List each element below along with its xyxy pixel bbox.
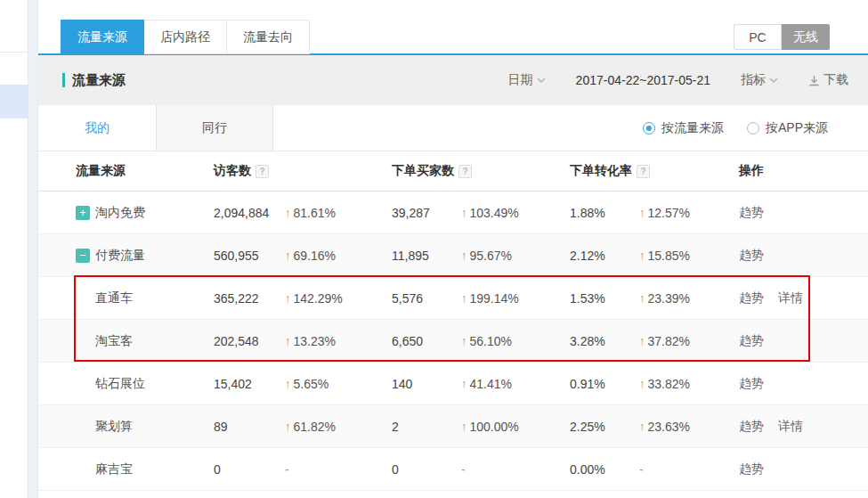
col-header-actions-label: 操作 [739, 163, 764, 179]
device-option-无线[interactable]: 无线 [782, 24, 830, 50]
top-tab-流量去向[interactable]: 流量去向 [227, 20, 310, 54]
growth-up-arrow-icon: ↑ [461, 206, 467, 219]
growth-value: 37.82% [648, 334, 690, 348]
col-header-actions: 操作 [739, 163, 868, 179]
conversion-value: 2.12% [570, 249, 639, 263]
radio-label: 按APP来源 [766, 120, 828, 136]
growth-up-arrow-icon: ↑ [285, 249, 291, 262]
sidebar-divider [0, 52, 28, 53]
table-body: + 淘内免费 2,094,884 ↑81.61% 39,287 ↑103.49%… [38, 192, 868, 491]
source-name: 淘宝客 [95, 333, 133, 349]
action-link-趋势[interactable]: 趋势 [739, 419, 764, 435]
download-icon [808, 75, 820, 86]
table-row: 直通车 365,222 ↑142.29% 5,576 ↑199.14% 1.53… [38, 277, 868, 320]
col-header-source: 流量来源 [38, 163, 214, 179]
action-link-趋势[interactable]: 趋势 [739, 205, 764, 221]
growth-value: 199.14% [470, 291, 519, 306]
download-label: 下载 [823, 72, 848, 88]
growth-up-arrow-icon: ↑ [639, 206, 645, 219]
buyers-growth: ↑199.14% [461, 291, 570, 306]
source-name-cell: 钻石展位 [38, 376, 214, 392]
table-row: 麻吉宝 0 - 0 - 0.00% - 趋势 [38, 448, 868, 491]
visitors-growth: ↑69.16% [285, 249, 392, 263]
col-header-source-label: 流量来源 [76, 163, 126, 179]
action-link-详情[interactable]: 详情 [778, 419, 803, 435]
visitors-value: 89 [214, 420, 285, 434]
collapse-minus-icon[interactable]: − [76, 249, 90, 263]
radio-按APP来源[interactable]: 按APP来源 [747, 120, 828, 136]
conversion-growth: ↑37.82% [639, 334, 739, 348]
growth-value: 5.65% [294, 377, 329, 391]
buyers-growth: - [461, 462, 570, 477]
growth-value: 23.63% [648, 420, 690, 434]
source-name-cell: 直通车 [38, 290, 214, 306]
metrics-dropdown-label: 指标 [741, 72, 766, 88]
source-name: 付费流量 [95, 248, 145, 264]
view-tab-同行[interactable]: 同行 [156, 105, 273, 151]
growth-up-arrow-icon: ↑ [461, 291, 467, 305]
conversion-growth: ↑23.63% [639, 420, 739, 434]
traffic-table: 流量来源 访客数 ? 下单买家数 ? 下单转化率 ? 操作 [38, 151, 868, 491]
help-icon[interactable]: ? [256, 165, 269, 178]
source-name: 麻吉宝 [95, 461, 133, 478]
action-link-趋势[interactable]: 趋势 [739, 248, 764, 264]
growth-up-arrow-icon: ↑ [639, 291, 645, 305]
action-link-趋势[interactable]: 趋势 [739, 461, 764, 478]
growth-value: 15.85% [648, 249, 690, 263]
row-actions: 趋势 [739, 248, 868, 264]
sidebar-active-item[interactable] [0, 85, 28, 118]
help-icon[interactable]: ? [637, 165, 650, 178]
panel-title-text: 流量来源 [72, 72, 126, 89]
conversion-growth: ↑15.85% [639, 249, 739, 263]
col-header-visitors-label: 访客数 [214, 163, 251, 179]
conversion-value: 1.53% [570, 291, 639, 306]
radio-按流量来源[interactable]: 按流量来源 [643, 120, 724, 136]
device-option-PC[interactable]: PC [734, 24, 782, 50]
conversion-growth: ↑12.57% [639, 206, 739, 220]
growth-up-arrow-icon: ↑ [285, 420, 291, 433]
row-actions: 趋势 [739, 205, 868, 221]
buyers-value: 5,576 [392, 291, 461, 306]
help-icon[interactable]: ? [458, 165, 472, 178]
top-tab-店内路径[interactable]: 店内路径 [144, 20, 227, 54]
view-tab-strip: 我的同行 按流量来源按APP来源 [38, 105, 868, 151]
growth-value: 142.29% [294, 291, 343, 306]
view-tab-我的[interactable]: 我的 [38, 105, 156, 151]
visitors-growth: ↑142.29% [285, 291, 392, 306]
action-link-趋势[interactable]: 趋势 [739, 333, 764, 349]
sidebar-gutter [28, 0, 38, 498]
toolbar-right: 日期 2017-04-22~2017-05-21 指标 下载 [508, 72, 848, 88]
growth-value: 95.67% [470, 249, 512, 263]
table-row: − 付费流量 560,955 ↑69.16% 11,895 ↑95.67% 2.… [38, 234, 868, 277]
date-range-value[interactable]: 2017-04-22~2017-05-21 [576, 73, 710, 87]
sidebar-fragment [0, 0, 28, 498]
source-name-cell: + 淘内免费 [38, 205, 214, 221]
visitors-growth: ↑61.82% [285, 420, 392, 434]
table-row: + 淘内免费 2,094,884 ↑81.61% 39,287 ↑103.49%… [38, 192, 868, 234]
conversion-value: 1.88% [570, 206, 639, 220]
action-link-趋势[interactable]: 趋势 [739, 290, 764, 306]
conversion-growth: ↑33.82% [639, 377, 739, 391]
visitors-value: 15,402 [214, 377, 285, 391]
visitors-value: 365,222 [214, 291, 285, 306]
growth-up-arrow-icon: ↑ [639, 334, 645, 347]
action-link-趋势[interactable]: 趋势 [739, 376, 764, 392]
buyers-value: 39,287 [392, 206, 461, 220]
top-tab-流量来源[interactable]: 流量来源 [61, 20, 144, 54]
source-mode-radios: 按流量来源按APP来源 [643, 105, 868, 151]
growth-value: 13.23% [294, 334, 336, 348]
col-header-buyers-label: 下单买家数 [392, 163, 454, 179]
growth-up-arrow-icon: ↑ [285, 377, 291, 390]
no-change-dash: - [461, 462, 466, 477]
metrics-dropdown[interactable]: 指标 [741, 72, 778, 88]
download-button[interactable]: 下载 [808, 72, 848, 88]
visitors-value: 0 [214, 462, 285, 477]
expand-plus-icon[interactable]: + [76, 206, 90, 220]
date-dropdown[interactable]: 日期 [508, 72, 546, 88]
action-link-详情[interactable]: 详情 [778, 290, 803, 306]
growth-up-arrow-icon: ↑ [285, 291, 291, 305]
conversion-growth: ↑23.39% [639, 291, 739, 306]
col-header-buyers: 下单买家数 ? [392, 163, 570, 179]
buyers-growth: ↑95.67% [461, 249, 570, 263]
device-toggle: PC无线 [734, 24, 830, 50]
